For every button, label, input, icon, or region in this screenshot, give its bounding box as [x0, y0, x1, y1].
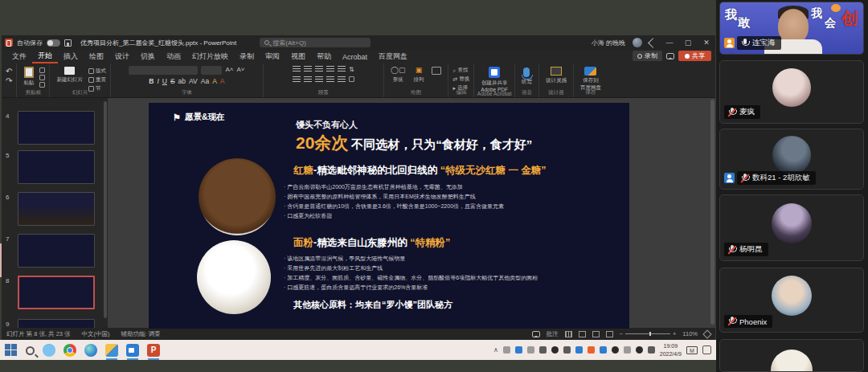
find-button[interactable]: ⌕查找: [452, 67, 469, 74]
comments-label[interactable]: 批注: [547, 330, 559, 338]
save-icon[interactable]: [64, 39, 72, 47]
new-slide-button[interactable]: 新建幻灯片: [54, 66, 85, 83]
slide-thumbnail-5[interactable]: [18, 150, 95, 184]
tab-review[interactable]: 审阅: [260, 50, 285, 63]
participant-tile-5[interactable]: Phoenix: [719, 268, 864, 333]
decrease-font-icon[interactable]: A˅: [236, 66, 244, 73]
align-right-icon[interactable]: [315, 76, 323, 83]
minimize-button[interactable]: —: [664, 39, 675, 47]
tray-icon[interactable]: [588, 346, 595, 354]
tray-icon[interactable]: [551, 346, 559, 354]
language-status[interactable]: 中文(中国): [82, 330, 110, 338]
slide-sorter-view-icon[interactable]: [579, 331, 586, 337]
reset-button[interactable]: 重置: [88, 76, 106, 84]
justify-icon[interactable]: [326, 76, 334, 83]
undo-icon[interactable]: ↶: [6, 67, 12, 76]
tray-icon[interactable]: [600, 346, 607, 354]
font-name-combobox[interactable]: [129, 66, 198, 75]
tray-icon[interactable]: [527, 346, 534, 354]
tab-insert[interactable]: 插入: [58, 50, 84, 63]
taskbar-clock[interactable]: 19:09 2022/4/9: [660, 342, 682, 357]
bold-button[interactable]: B: [149, 77, 154, 85]
start-button[interactable]: [5, 344, 18, 357]
account-avatar[interactable]: [633, 38, 642, 47]
arrange-button[interactable]: ▣ 排列: [411, 66, 426, 83]
strikethrough-button[interactable]: S: [170, 77, 175, 85]
redo-icon[interactable]: ↷: [6, 77, 12, 85]
create-share-pdf-button[interactable]: 创建并共享 Adobe PDF: [478, 66, 510, 93]
tray-icon[interactable]: [563, 346, 571, 354]
tab-view[interactable]: 视图: [285, 50, 311, 63]
volume-icon[interactable]: [624, 346, 631, 354]
line-spacing-icon[interactable]: [338, 66, 346, 72]
tab-file[interactable]: 文件: [6, 50, 32, 63]
docs-app-icon[interactable]: [105, 344, 118, 357]
meeting-app-icon[interactable]: [126, 344, 139, 357]
hidden-icons-chevron[interactable]: ∧: [493, 346, 498, 354]
zoom-slider[interactable]: − +: [620, 330, 677, 337]
quick-styles-button[interactable]: [429, 66, 444, 83]
thumbnail-scrollbar[interactable]: [104, 101, 107, 318]
autosave-toggle[interactable]: [47, 39, 60, 47]
format-painter-icon[interactable]: [39, 82, 45, 88]
increase-indent-icon[interactable]: [326, 66, 334, 72]
accessibility-status[interactable]: 辅助功能: 调查: [121, 330, 161, 338]
comments-icon[interactable]: [666, 53, 674, 59]
tab-record[interactable]: 录制: [234, 50, 260, 63]
close-button[interactable]: ✕: [701, 39, 712, 47]
slide-thumbnail-7[interactable]: [18, 234, 95, 268]
font-color-icon[interactable]: A: [220, 77, 225, 85]
tab-draw[interactable]: 绘图: [84, 50, 109, 63]
slide-thumbnail-9[interactable]: [18, 319, 95, 328]
underline-button[interactable]: U: [162, 77, 167, 85]
tab-acrobat[interactable]: Acrobat: [337, 50, 373, 63]
italic-button[interactable]: I: [157, 77, 158, 85]
slide-thumbnail-6[interactable]: [18, 192, 95, 226]
slideshow-view-icon[interactable]: [606, 331, 613, 337]
ribbon-display-options-icon[interactable]: [648, 38, 658, 48]
cloud-app-icon[interactable]: [43, 344, 55, 357]
paste-button[interactable]: 粘贴: [21, 66, 36, 86]
tab-baidu-netdisk[interactable]: 百度网盘: [373, 50, 413, 63]
smartart-icon[interactable]: [349, 76, 354, 82]
replace-button[interactable]: ⇄替换: [452, 76, 469, 83]
tab-transitions[interactable]: 切换: [135, 50, 161, 63]
ime-indicator-icon[interactable]: M: [686, 346, 698, 354]
tab-slideshow[interactable]: 幻灯片放映: [186, 50, 234, 63]
slide-thumbnail-8-selected[interactable]: [18, 276, 95, 309]
columns-icon[interactable]: [338, 76, 346, 83]
tab-design[interactable]: 设计: [109, 50, 135, 63]
taskbar-search-icon[interactable]: [26, 346, 35, 355]
tab-home[interactable]: 开始: [32, 50, 58, 63]
powerpoint-taskbar-icon[interactable]: P: [147, 344, 160, 357]
cut-icon[interactable]: [39, 67, 45, 73]
edge-icon[interactable]: [84, 344, 97, 357]
tray-icon[interactable]: [515, 346, 522, 354]
dictate-button[interactable]: 听写: [519, 66, 534, 85]
copy-icon[interactable]: [39, 75, 45, 80]
slide-8[interactable]: ⚑ 愿景&现在 馒头不负有心人 20余次不同选材，只为“食材好，食才好” 红糖-…: [149, 103, 629, 329]
powerpoint-app-icon[interactable]: [5, 39, 13, 47]
tray-icon[interactable]: [503, 346, 510, 354]
tray-icon[interactable]: [636, 346, 643, 354]
save-to-baidu-button[interactable]: 保存到 百度网盘: [578, 66, 604, 91]
restore-button[interactable]: ▢: [682, 39, 694, 47]
network-icon[interactable]: [648, 346, 655, 354]
tray-icon[interactable]: [539, 346, 547, 354]
highlight-color-icon[interactable]: A: [212, 77, 217, 85]
text-shadow-button[interactable]: ab: [178, 77, 186, 85]
align-left-icon[interactable]: [293, 76, 301, 83]
change-case-icon[interactable]: Aa: [201, 77, 209, 85]
bullets-icon[interactable]: [293, 66, 301, 72]
participant-tile-3[interactable]: 数科21 - 2胡欣敏: [719, 129, 864, 190]
font-size-combobox[interactable]: [201, 66, 222, 75]
participant-tile-1[interactable]: 我 敢 我 会 创 连宝海: [719, 2, 864, 55]
fit-to-window-icon[interactable]: [702, 329, 711, 338]
text-direction-icon[interactable]: ⇅: [349, 66, 354, 73]
reading-view-icon[interactable]: [592, 331, 600, 337]
participant-tile-6[interactable]: [719, 339, 864, 372]
numbering-icon[interactable]: [304, 66, 312, 72]
design-ideas-button[interactable]: 设计灵感: [543, 66, 569, 84]
account-name[interactable]: 小海 的晚晚: [592, 39, 625, 47]
align-center-icon[interactable]: [304, 76, 312, 83]
